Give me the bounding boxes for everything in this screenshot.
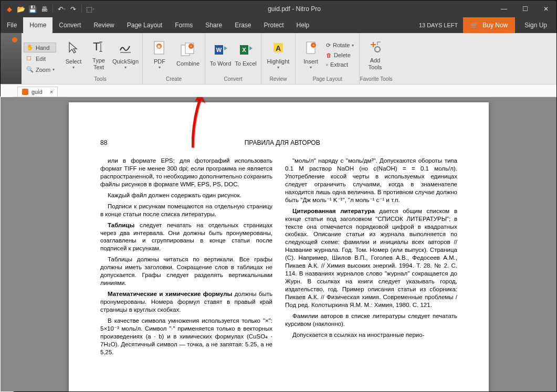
group-favorite-label: Favorite Tools (360, 76, 392, 84)
document-tabs: ▦ ◧ ☰ ◐ guid × (1, 84, 556, 97)
to-word-button[interactable]: WTo Word (208, 36, 233, 73)
tab-page-layout[interactable]: Page Layout (121, 17, 169, 33)
delete-button[interactable]: 🗑Delete (324, 51, 356, 59)
tab-share[interactable]: Share (199, 17, 228, 33)
delete-label: Delete (334, 52, 351, 58)
open-icon[interactable]: 📂 (16, 4, 26, 14)
quicksign-button[interactable]: QuickSign▾ (112, 36, 139, 73)
zoom-label: Zoom (36, 67, 50, 73)
ribbon: ✋Hand ☐Edit 🔍Zoom▾ Select▾ TType Text Qu… (1, 33, 556, 84)
to-excel-button[interactable]: XTo Excel (234, 36, 258, 73)
buy-now-label: Buy Now (482, 22, 508, 29)
group-tools: Select▾ TType Text QuickSign▾ Tools (58, 33, 143, 84)
cart-icon: 🛒 (470, 22, 478, 29)
hand-label: Hand (36, 45, 49, 51)
extract-label: Extract (330, 61, 348, 68)
svg-text:+: + (190, 44, 193, 49)
extract-button[interactable]: ▫Extract (324, 60, 356, 69)
tab-help[interactable]: Help (290, 17, 316, 33)
quicksign-label: QuickSign (112, 58, 139, 65)
tab-review[interactable]: Review (87, 17, 120, 33)
buy-now-button[interactable]: 🛒 Buy Now (463, 17, 515, 33)
trial-status: 13 DAYS LEFT (414, 17, 463, 33)
page-title: ПРАВИЛА ДЛЯ АВТОРОВ (245, 139, 320, 146)
app-icon[interactable]: ◆ (5, 4, 14, 14)
edit-tool[interactable]: ☐Edit (24, 54, 56, 63)
to-word-label: To Word (210, 60, 232, 67)
group-tools-label: Tools (58, 76, 142, 84)
edit-icon: ☐ (26, 55, 34, 62)
document-tab-label: guid (31, 89, 43, 95)
add-tools-button[interactable]: Add Tools (363, 36, 387, 73)
group-page-layout-label: Page Layout (296, 76, 359, 84)
type-text-button[interactable]: TType Text (87, 36, 111, 73)
select-label: Select (66, 58, 82, 65)
maximize-button[interactable]: ☐ (514, 1, 535, 17)
zoom-tool[interactable]: 🔍Zoom▾ (24, 65, 56, 75)
tab-file[interactable]: File (1, 17, 23, 33)
group-favorite: Add Tools Favorite Tools (360, 33, 392, 84)
rotate-icon: ⟳ (326, 42, 331, 49)
select-icon (65, 39, 82, 56)
tab-convert[interactable]: Convert (52, 17, 87, 33)
highlight-button[interactable]: AHighlight▾ (265, 36, 292, 73)
edit-label: Edit (36, 56, 46, 62)
select-tool-icon[interactable]: ⬚▾ (86, 4, 95, 14)
tab-home[interactable]: Home (23, 17, 52, 33)
titlebar: ◆ 📂 💾 🖶 ↶▾ ↷ ⬚▾ guid.pdf - Nitro Pro — ☐… (1, 1, 556, 17)
document-area[interactable]: 88 ПРАВИЛА ДЛЯ АВТОРОВ или в формате EPS… (1, 97, 556, 392)
close-button[interactable]: ✕ (535, 1, 556, 17)
insert-label: Insert (303, 58, 318, 65)
print-icon[interactable]: 🖶 (39, 4, 49, 14)
tab-forms[interactable]: Forms (169, 17, 199, 33)
promo-strip[interactable] (1, 33, 22, 84)
type-text-label: Type Text (87, 57, 111, 71)
hand-tool[interactable]: ✋Hand (24, 43, 56, 52)
window-title: guid.pdf - Nitro Pro (95, 5, 493, 13)
document-tab[interactable]: guid × (17, 87, 58, 97)
svg-text:✱: ✱ (157, 44, 161, 49)
zoom-icon: 🔍 (26, 66, 34, 73)
svg-text:T: T (93, 40, 100, 53)
insert-button[interactable]: +Insert▾ (299, 36, 323, 73)
sign-up-button[interactable]: Sign Up (515, 17, 556, 33)
insert-icon: + (302, 39, 319, 56)
combine-icon: + (180, 41, 196, 58)
add-tools-label: Add Tools (363, 57, 387, 71)
svg-text:X: X (242, 47, 246, 53)
file-icon (22, 89, 28, 95)
save-icon[interactable]: 💾 (28, 4, 37, 14)
tab-close-icon[interactable]: × (50, 89, 53, 95)
combine-button[interactable]: +Combine (174, 36, 202, 73)
hand-icon: ✋ (26, 44, 34, 51)
svg-text:+: + (312, 43, 315, 48)
extract-icon: ▫ (326, 61, 328, 68)
highlight-icon: A (270, 39, 287, 56)
group-convert: WTo Word XTo Excel Convert (205, 33, 261, 84)
group-convert-label: Convert (205, 76, 261, 84)
combine-label: Combine (176, 60, 199, 67)
pdf-icon: ✱ (151, 39, 168, 56)
to-excel-label: To Excel (235, 60, 257, 67)
group-page-layout: +Insert▾ ⟳Rotate▾ 🗑Delete ▫Extract Page … (296, 33, 360, 84)
svg-text:W: W (216, 47, 222, 53)
group-create: ✱PDF▾ +Combine Create (143, 33, 205, 84)
minimize-button[interactable]: — (493, 1, 514, 17)
redo-icon[interactable]: ↷ (68, 4, 78, 14)
highlight-label: Highlight (267, 58, 290, 65)
quick-access-toolbar: ◆ 📂 💾 🖶 ↶▾ ↷ ⬚▾ (1, 4, 95, 14)
undo-icon[interactable]: ↶▾ (57, 4, 66, 14)
add-tools-icon (366, 38, 383, 55)
hand-tools-panel: ✋Hand ☐Edit 🔍Zoom▾ (22, 33, 58, 84)
delete-icon: 🗑 (326, 52, 332, 58)
excel-icon: X (237, 41, 254, 58)
svg-point-18 (375, 47, 380, 52)
group-review: AHighlight▾ Review (261, 33, 296, 84)
pdf-label: PDF (154, 58, 165, 65)
tab-erase[interactable]: Erase (228, 17, 257, 33)
tab-protect[interactable]: Protect (258, 17, 290, 33)
rotate-button[interactable]: ⟳Rotate▾ (324, 41, 356, 50)
pdf-button[interactable]: ✱PDF▾ (146, 36, 173, 73)
svg-text:A: A (276, 44, 281, 52)
select-button[interactable]: Select▾ (61, 36, 86, 73)
